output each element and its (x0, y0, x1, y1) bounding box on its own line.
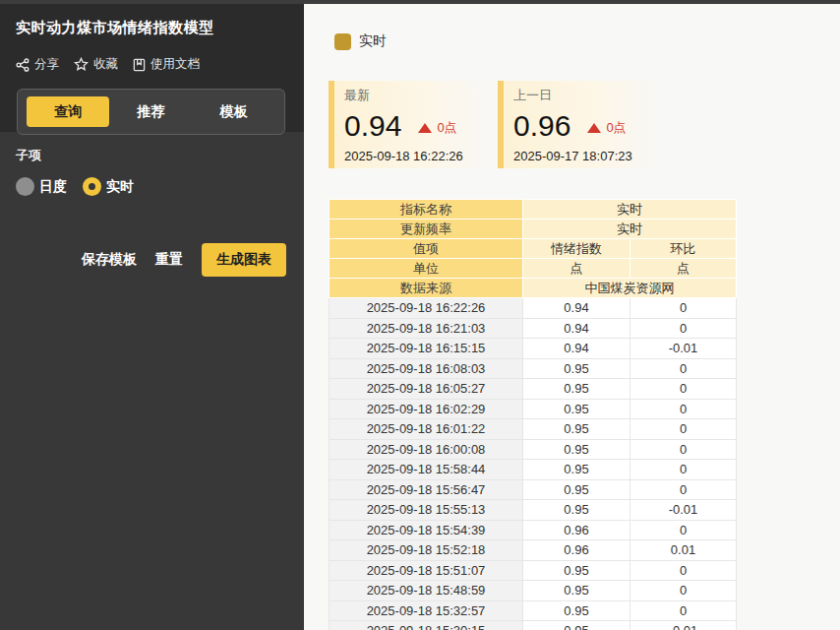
stat-card-value: 0.96 (513, 111, 570, 141)
timestamp-cell: 2025-09-18 16:15:15 (330, 339, 523, 359)
meta-value-cell: 点 (523, 259, 630, 279)
value-cell: 0 (630, 520, 737, 540)
stat-card-title: 最新 (344, 87, 494, 104)
timestamp-cell: 2025-09-18 15:56:47 (330, 479, 523, 500)
timestamp-cell: 2025-09-18 16:22:26 (330, 298, 523, 319)
radio-daily-circle[interactable] (16, 177, 34, 196)
value-cell: 0 (630, 358, 737, 379)
radio-realtime-circle[interactable] (83, 177, 101, 196)
value-cell: 0.01 (630, 540, 737, 561)
meta-value-cell: 实时 (523, 220, 737, 239)
table-row: 2025-09-18 15:51:070.950 (330, 560, 737, 581)
timestamp-cell: 2025-09-18 15:32:57 (330, 600, 523, 621)
table-meta-row: 单位点点 (330, 259, 737, 279)
timestamp-cell: 2025-09-18 16:01:22 (330, 419, 523, 440)
value-cell: 0 (630, 399, 737, 419)
sidebar-footer: 保存模板 重置 生成图表 (82, 243, 286, 277)
table-row: 2025-09-18 16:05:270.950 (330, 379, 737, 400)
meta-label-cell: 数据来源 (330, 279, 523, 298)
table-meta-row: 更新频率实时 (330, 220, 737, 239)
value-cell: 0.95 (523, 621, 630, 630)
value-cell: 0.95 (523, 419, 630, 440)
subitem-label: 子项 (16, 147, 41, 164)
value-cell: 0.95 (523, 460, 630, 480)
radio-realtime[interactable]: 实时 (83, 177, 134, 196)
table-row: 2025-09-18 15:48:590.950 (330, 581, 737, 601)
save-template-button[interactable]: 保存模板 (82, 251, 137, 269)
timestamp-cell: 2025-09-18 15:55:13 (330, 500, 523, 521)
stat-cards: 最新 0.94 0点 2025-09-18 16:22:26 上一日 0.96 (329, 81, 663, 168)
table-row: 2025-09-18 16:02:290.950 (330, 399, 737, 419)
series-legend[interactable]: 实时 (334, 32, 387, 50)
value-cell: 0.95 (523, 439, 630, 460)
timestamp-cell: 2025-09-18 16:02:29 (330, 399, 523, 419)
favorite-label: 收藏 (93, 56, 118, 73)
generate-chart-button[interactable]: 生成图表 (202, 243, 286, 277)
page-title: 实时动力煤市场情绪指数模型 (16, 19, 291, 37)
table-row: 2025-09-18 15:58:440.950 (330, 460, 737, 480)
value-cell: 0 (630, 379, 737, 400)
docs-button[interactable]: 使用文档 (133, 56, 200, 73)
favorite-button[interactable]: 收藏 (74, 56, 118, 73)
radio-daily-label: 日度 (39, 178, 67, 196)
tab-template[interactable]: 模板 (193, 96, 275, 127)
top-strip (0, 0, 840, 4)
tab-recommend[interactable]: 推荐 (109, 96, 192, 127)
tab-query[interactable]: 查询 (27, 96, 109, 127)
value-cell: 0.94 (523, 298, 630, 319)
star-icon (74, 57, 89, 72)
timestamp-cell: 2025-09-18 15:52:18 (330, 540, 523, 561)
stat-card-latest: 最新 0.94 0点 2025-09-18 16:22:26 (329, 81, 494, 168)
value-cell: -0.01 (630, 339, 737, 359)
radio-daily[interactable]: 日度 (16, 177, 67, 196)
reset-button[interactable]: 重置 (155, 251, 183, 269)
main-content: 实时 最新 0.94 0点 2025-09-18 16:22:26 上一日 0.… (304, 4, 840, 630)
meta-value-cell: 实时 (523, 200, 737, 220)
share-button[interactable]: 分享 (16, 56, 59, 73)
stat-card-title: 上一日 (513, 87, 663, 104)
table-row: 2025-09-18 15:54:390.960 (330, 520, 737, 540)
meta-label-cell: 单位 (330, 259, 523, 279)
table-row: 2025-09-18 15:32:570.950 (330, 600, 737, 621)
timestamp-cell: 2025-09-18 15:58:44 (330, 460, 523, 480)
table-row: 2025-09-18 15:30:150.95-0.01 (330, 621, 737, 630)
table-row: 2025-09-18 16:22:260.940 (330, 298, 737, 319)
stat-card-delta: 0点 (418, 119, 456, 141)
table-row: 2025-09-18 16:21:030.940 (330, 318, 737, 339)
value-cell: 0.95 (523, 358, 630, 379)
value-cell: 0.95 (523, 500, 630, 521)
value-cell: 0 (630, 581, 737, 601)
radio-realtime-label: 实时 (106, 178, 134, 196)
up-triangle-icon (418, 123, 432, 133)
value-cell: 0.94 (523, 318, 630, 339)
stat-card-previous: 上一日 0.96 0点 2025-09-17 18:07:23 (498, 81, 663, 168)
value-cell: 0.95 (523, 560, 630, 581)
share-icon (16, 58, 30, 72)
legend-label: 实时 (359, 32, 387, 50)
value-cell: 0.95 (523, 479, 630, 500)
timestamp-cell: 2025-09-18 16:00:08 (330, 439, 523, 460)
value-cell: 0.96 (523, 520, 630, 540)
sidebar-actions: 分享 收藏 使用文档 (16, 56, 200, 73)
value-cell: 0 (630, 460, 737, 480)
stat-card-value: 0.94 (344, 111, 401, 141)
legend-swatch-icon (334, 33, 351, 50)
value-cell: 0 (630, 298, 737, 319)
timestamp-cell: 2025-09-18 15:51:07 (330, 560, 523, 581)
radio-selected-dot (89, 183, 95, 190)
value-cell: 0 (630, 419, 737, 440)
value-cell: 0 (630, 318, 737, 339)
value-cell: 0.95 (523, 379, 630, 400)
value-cell: -0.01 (630, 500, 737, 521)
stat-card-delta-text: 0点 (606, 119, 626, 137)
value-cell: 0 (630, 439, 737, 460)
table-row: 2025-09-18 16:01:220.950 (330, 419, 737, 440)
meta-value-cell: 环比 (630, 239, 737, 259)
table-row: 2025-09-18 16:00:080.950 (330, 439, 737, 460)
table-row: 2025-09-18 15:56:470.950 (330, 479, 737, 500)
share-label: 分享 (34, 56, 59, 73)
stat-card-timestamp: 2025-09-17 18:07:23 (513, 149, 663, 163)
table-row: 2025-09-18 15:52:180.960.01 (330, 540, 737, 561)
docs-label: 使用文档 (150, 56, 200, 73)
value-cell: 0 (630, 560, 737, 581)
